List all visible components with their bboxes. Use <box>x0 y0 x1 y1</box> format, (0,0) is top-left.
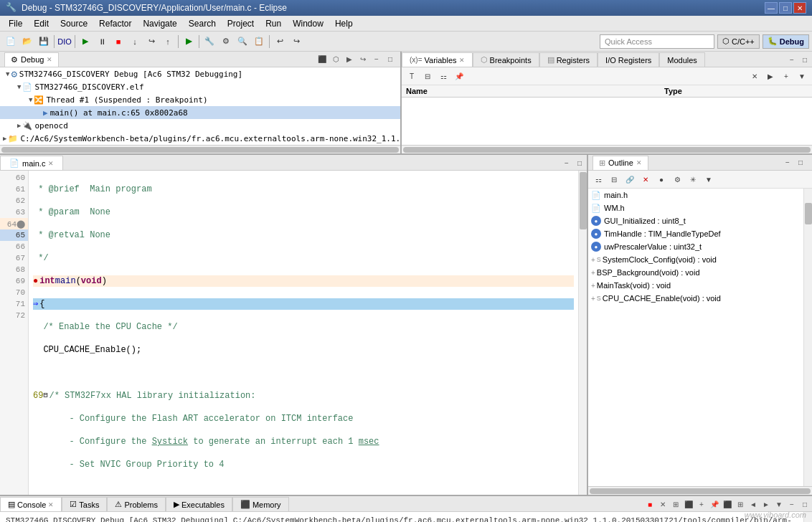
outline-tree[interactable]: 📄 main.h 📄 WM.h ● GUI_Initialized : uint… <box>588 189 803 486</box>
menu-file[interactable]: File <box>3 16 28 31</box>
outline-scrollbar-thumb[interactable] <box>805 203 812 224</box>
var-minimize-btn[interactable]: − <box>786 54 798 65</box>
outline-filter-var-btn[interactable]: ● <box>654 172 669 186</box>
console-content[interactable]: STM32746G_DISCOVERY Debug [Ac6 STM32 Deb… <box>0 512 803 522</box>
var-remove-watch-btn[interactable]: ✕ <box>747 69 762 83</box>
debug-maximize-btn[interactable]: □ <box>384 54 396 65</box>
tab-tasks[interactable]: ☑ Tasks <box>62 497 107 511</box>
tree-item-main-fn[interactable]: ▶ main() at main.c:65 0x8002a68 <box>0 106 400 119</box>
outline-item-uwprescaler[interactable]: ● uwPrescalerValue : uint32_t <box>588 240 803 253</box>
pause-button[interactable]: ⏸ <box>94 34 110 49</box>
tab-breakpoints[interactable]: ⬡ Breakpoints <box>473 52 539 67</box>
tree-item-plugin-path[interactable]: ▶ 📁 C:/Ac6/SystemWorkbench-beta/plugins/… <box>0 132 400 145</box>
editor-maximize-btn[interactable]: □ <box>574 157 585 169</box>
cpp-perspective-btn[interactable]: ⬡ C/C++ <box>717 34 760 49</box>
outline-item-gui-init[interactable]: ● GUI_Initialized : uint8_t <box>588 214 803 227</box>
tree-item-elf[interactable]: ▼ 📄 STM32746G_DISCOVERY.elf <box>0 80 400 93</box>
outline-item-maintask[interactable]: + MainTask(void) : void <box>588 279 803 292</box>
console-clear-btn[interactable]: ✕ <box>657 498 669 510</box>
var-collapse-all-btn[interactable]: ⊟ <box>420 69 435 83</box>
step-into-button[interactable]: ↓ <box>127 34 143 49</box>
menu-search[interactable]: Search <box>183 16 222 31</box>
toolbar-btn-d[interactable]: 📋 <box>251 34 267 49</box>
console-maximize-btn[interactable]: □ <box>799 498 811 510</box>
debug-disconnect-btn[interactable]: ⬡ <box>330 54 341 65</box>
close-button[interactable]: ✕ <box>793 2 806 14</box>
var-continue-btn[interactable]: ▶ <box>763 69 778 83</box>
tab-io-registers[interactable]: I/O Registers <box>598 52 659 67</box>
stop-button[interactable]: ■ <box>110 34 126 49</box>
step-return-button[interactable]: ↑ <box>160 34 176 49</box>
outline-filter-fn-btn[interactable]: ✕ <box>638 172 653 186</box>
debug-tab[interactable]: ⚙ Debug ✕ <box>4 52 59 67</box>
var-maximize-btn[interactable]: □ <box>799 54 811 65</box>
outline-settings-btn[interactable]: ⚙ <box>670 172 684 186</box>
debug-perspective-btn[interactable]: 🐛 Debug <box>763 34 809 49</box>
build-button[interactable]: ▶ <box>181 34 197 49</box>
console-layout-btn[interactable]: ⊞ <box>735 498 746 510</box>
step-over-button[interactable]: ↪ <box>143 34 159 49</box>
editor-scrollbar-v[interactable] <box>578 171 587 495</box>
console-display-btn[interactable]: ⬛ <box>722 498 733 510</box>
tab-modules[interactable]: Modules <box>659 52 705 67</box>
save-button[interactable]: 💾 <box>36 34 52 49</box>
outline-asterisk-btn[interactable]: ✳ <box>686 172 700 186</box>
var-add-watch-btn[interactable]: + <box>779 69 793 83</box>
outline-sort-btn[interactable]: ⚏ <box>591 172 605 186</box>
variables-scrollbar-h[interactable] <box>402 145 812 153</box>
outline-tab[interactable]: ⊞ Outline ✕ <box>593 156 648 170</box>
outline-maximize-btn[interactable]: □ <box>795 157 806 169</box>
outline-scrollbar-h[interactable] <box>588 486 812 495</box>
tab-memory[interactable]: ⬛ Memory <box>232 497 289 511</box>
editor-scrollbar-thumb[interactable] <box>580 172 587 229</box>
menu-navigate[interactable]: Navigate <box>137 16 182 31</box>
editor-tab-close[interactable]: ✕ <box>48 160 54 167</box>
outline-item-main-h[interactable]: 📄 main.h <box>588 189 803 201</box>
open-button[interactable]: 📂 <box>19 34 35 49</box>
toolbar-btn-b[interactable]: ⚙ <box>218 34 234 49</box>
console-next-btn[interactable]: ► <box>760 498 772 510</box>
outline-menu-btn[interactable]: ▼ <box>702 172 716 186</box>
menu-run[interactable]: Run <box>260 16 287 31</box>
debug-button[interactable]: DIO <box>57 34 72 49</box>
console-prev-btn[interactable]: ◄ <box>747 498 759 510</box>
outline-item-bsp-bg[interactable]: + BSP_Background(void) : void <box>588 266 803 279</box>
redo-button[interactable]: ↪ <box>288 34 304 49</box>
debug-scrollbar-thumb[interactable] <box>1 147 399 153</box>
menu-source[interactable]: Source <box>55 16 93 31</box>
menu-window[interactable]: Window <box>287 16 329 31</box>
code-editor[interactable]: 60 61 62 63 64⬤ 65 66 67 68 69 70 71 72 … <box>0 171 587 495</box>
editor-minimize-btn[interactable]: − <box>561 157 572 169</box>
expand-plugin[interactable]: ▶ <box>3 135 6 142</box>
expand-openocd[interactable]: ▶ <box>17 122 21 129</box>
toolbar-btn-a[interactable]: 🔧 <box>202 34 217 49</box>
resume-button[interactable]: ▶ <box>77 34 93 49</box>
minimize-button[interactable]: — <box>765 2 778 14</box>
expand-thread[interactable]: ▼ <box>29 96 32 103</box>
expand-elf[interactable]: ▼ <box>17 83 21 90</box>
quick-access-input[interactable]: Quick Access <box>600 34 714 49</box>
console-scroll-lock-btn[interactable]: ⊞ <box>670 498 681 510</box>
code-content[interactable]: * @brief Main program * @param None * @r… <box>29 171 578 495</box>
var-show-type-btn[interactable]: T <box>405 69 419 83</box>
outline-minimize-btn[interactable]: − <box>782 157 793 169</box>
new-button[interactable]: 📄 <box>3 34 19 49</box>
menu-refactor[interactable]: Refactor <box>93 16 137 31</box>
tree-item-openocd[interactable]: ▶ 🔌 openocd <box>0 119 400 132</box>
console-terminate-btn[interactable]: ■ <box>644 498 656 510</box>
expand-stm32-debug[interactable]: ▼ <box>6 70 9 77</box>
debug-tree[interactable]: ▼ ⚙ STM32746G_DISCOVERY Debug [Ac6 STM32… <box>0 67 400 145</box>
outline-item-sysclock[interactable]: + S SystemClock_Config(void) : void <box>588 253 803 266</box>
debug-step-over-btn[interactable]: ↪ <box>357 54 369 65</box>
debug-resume-all-btn[interactable]: ▶ <box>344 54 355 65</box>
menu-project[interactable]: Project <box>222 16 260 31</box>
var-pin-btn[interactable]: 📌 <box>452 69 466 83</box>
outline-scrollbar-v[interactable] <box>803 189 812 486</box>
menu-edit[interactable]: Edit <box>28 16 55 31</box>
undo-button[interactable]: ↩ <box>272 34 288 49</box>
debug-remove-all-btn[interactable]: ⬛ <box>316 54 328 65</box>
variables-content[interactable] <box>402 98 812 145</box>
tree-item-stm32-debug[interactable]: ▼ ⚙ STM32746G_DISCOVERY Debug [Ac6 STM32… <box>0 67 400 80</box>
console-pin-btn[interactable]: 📌 <box>709 498 720 510</box>
debug-minimize-btn[interactable]: − <box>371 54 382 65</box>
